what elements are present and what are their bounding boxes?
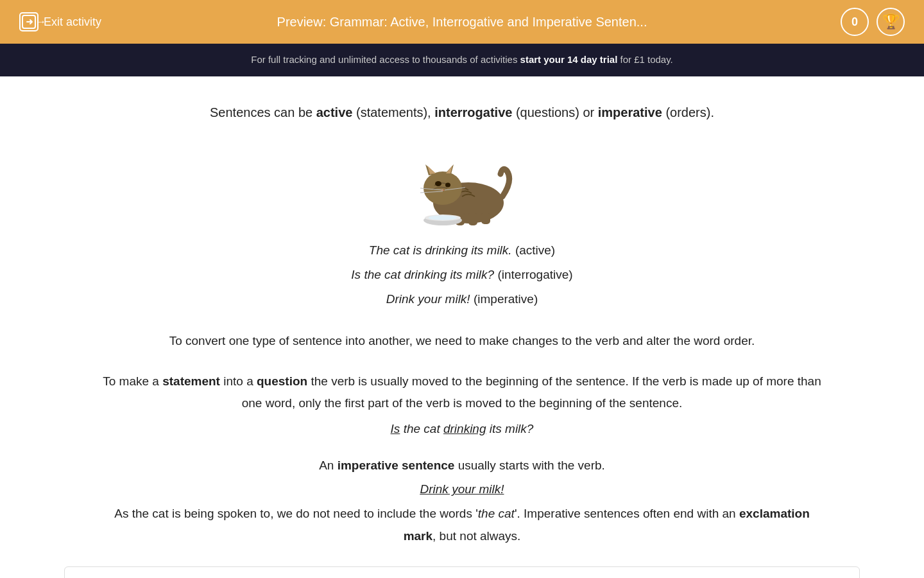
statement-question-paragraph: To make a statement into a question the …: [64, 371, 860, 414]
score-badge: 0: [841, 8, 869, 36]
example-interrogative-italic: Is the cat drinking its milk?: [351, 268, 494, 281]
main-content: Sentences can be active (statements), in…: [0, 76, 924, 579]
svg-point-18: [429, 215, 457, 220]
exit-label: Exit activity: [44, 15, 101, 29]
cat-image: [64, 142, 860, 225]
imperative-intro-paragraph: An imperative sentence usually starts wi…: [64, 455, 860, 476]
bottom-box: This activity contains 10 questions Star…: [64, 566, 860, 578]
header: Exit activity Preview: Grammar: Active, …: [0, 0, 924, 44]
example-imperative: Drink your milk! (imperative): [64, 287, 860, 311]
example-imperative-italic: Drink your milk!: [386, 292, 470, 306]
cat-svg: [407, 142, 517, 225]
svg-point-8: [445, 182, 450, 187]
svg-point-7: [435, 181, 441, 186]
header-title: Preview: Grammar: Active, Interrogative …: [277, 15, 647, 30]
as-the-cat-paragraph: As the cat is being spoken to, we do not…: [64, 503, 860, 547]
svg-point-2: [424, 171, 462, 205]
example-active: The cat is drinking its milk. (active): [64, 238, 860, 263]
trial-banner: For full tracking and unlimited access t…: [0, 44, 924, 76]
intro-paragraph: Sentences can be active (statements), in…: [64, 102, 860, 123]
trial-text-after: for £1 today.: [617, 54, 672, 65]
example-interrogative: Is the cat drinking its milk? (interroga…: [64, 263, 860, 287]
trial-text-before: For full tracking and unlimited access t…: [251, 54, 520, 65]
score-value: 0: [851, 15, 858, 29]
convert-paragraph: To convert one type of sentence into ano…: [64, 331, 860, 351]
trophy-icon: 🏆: [882, 13, 900, 30]
svg-rect-14: [468, 213, 477, 225]
drink-example-sentence: Drink your milk!: [64, 482, 860, 496]
example-active-italic: The cat is drinking its milk.: [369, 243, 512, 257]
examples-block: The cat is drinking its milk. (active) I…: [64, 238, 860, 311]
exit-icon: [19, 12, 38, 31]
exit-button[interactable]: Exit activity: [19, 12, 101, 31]
example-question-sentence: Is the cat drinking its milk?: [64, 422, 860, 436]
header-right: 0 🏆: [841, 8, 905, 36]
trophy-badge: 🏆: [877, 8, 905, 36]
svg-rect-15: [481, 213, 490, 224]
trial-cta: start your 14 day trial: [520, 54, 618, 65]
